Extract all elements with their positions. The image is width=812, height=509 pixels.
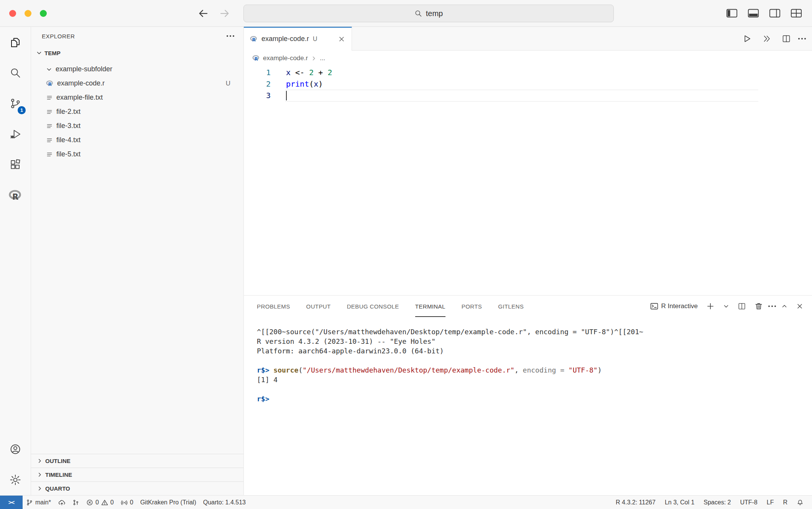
git-branch-status[interactable]: main* <box>23 496 54 509</box>
chevron-right-icon <box>37 486 43 491</box>
customize-layout-icon[interactable] <box>791 8 802 18</box>
more-actions-icon[interactable] <box>230 35 231 37</box>
activity-source-control[interactable]: 1 <box>0 88 31 119</box>
close-tab-icon[interactable] <box>338 35 345 43</box>
tree-item-file-5-txt[interactable]: file-5.txt <box>31 147 243 161</box>
breadcrumb: R example-code.r ... <box>244 51 812 66</box>
panel-tab-gitlens[interactable]: GITLENS <box>498 296 524 317</box>
new-terminal-icon[interactable] <box>706 302 715 310</box>
bottom-panel: PROBLEMS OUTPUT DEBUG CONSOLE TERMINAL P… <box>244 295 812 495</box>
panel-tab-debug-console[interactable]: DEBUG CONSOLE <box>347 296 399 317</box>
toggle-secondary-sidebar-icon[interactable] <box>769 8 781 18</box>
terminal-line: r$> source("/Users/matthewdehaven/Deskto… <box>257 365 812 375</box>
settings-button[interactable] <box>0 465 31 495</box>
history-navigation <box>197 8 230 19</box>
activity-run-debug[interactable] <box>0 119 31 149</box>
panel-tab-ports[interactable]: PORTS <box>462 296 482 317</box>
tree-item-file-4-txt[interactable]: file-4.txt <box>31 133 243 147</box>
terminal-output[interactable]: ^[[200~source("/Users/matthewdehaven/Des… <box>244 317 812 495</box>
chevron-down-icon <box>36 50 42 56</box>
editor-actions <box>742 27 812 50</box>
remote-icon: >< <box>8 499 15 506</box>
text-file-icon <box>46 151 53 158</box>
split-terminal-icon[interactable] <box>738 302 746 310</box>
activity-extensions[interactable] <box>0 149 31 180</box>
tree-item-file-2-txt[interactable]: file-2.txt <box>31 105 243 119</box>
panel-tab-problems[interactable]: PROBLEMS <box>257 296 290 317</box>
tab-example-code-r[interactable]: R example-code.r U <box>244 27 352 50</box>
r-file-icon: R <box>252 55 260 62</box>
activity-r[interactable]: R <box>0 180 31 211</box>
layout-controls <box>726 8 802 18</box>
chevron-down-icon[interactable] <box>723 303 729 309</box>
forward-arrow-icon[interactable] <box>219 8 230 19</box>
language-mode-status[interactable]: R <box>778 496 792 509</box>
maximize-panel-icon[interactable] <box>781 303 787 309</box>
titlebar: temp <box>0 0 812 27</box>
text-file-icon <box>46 123 53 130</box>
panel-tab-terminal[interactable]: TERMINAL <box>415 296 445 317</box>
indentation-status[interactable]: Spaces: 2 <box>699 496 735 509</box>
breadcrumb-file[interactable]: example-code.r <box>263 54 308 62</box>
search-icon <box>414 10 422 17</box>
code-editor[interactable]: 1 x <- 2 + 2 2 print(x) 3 <box>244 66 812 295</box>
close-panel-icon[interactable] <box>796 302 804 310</box>
terminal-session-picker[interactable]: R Interactive <box>650 302 698 310</box>
cursor-position-status[interactable]: Ln 3, Col 1 <box>660 496 699 509</box>
explorer-title: EXPLORER <box>42 33 75 39</box>
r-file-icon: R <box>250 36 258 43</box>
quarto-status[interactable]: Quarto: 1.4.513 <box>200 496 249 509</box>
tree-item-example-subfolder[interactable]: example-subfolder <box>31 62 243 76</box>
command-center-search[interactable]: temp <box>243 5 614 22</box>
terminal-line: Platform: aarch64-apple-darwin23.0.0 (64… <box>257 346 812 356</box>
problems-status[interactable]: 0 0 <box>83 496 117 509</box>
toggle-panel-icon[interactable] <box>748 8 759 18</box>
cloud-upload-icon <box>58 499 66 506</box>
terminal-line: [1] 4 <box>257 375 812 384</box>
timeline-section[interactable]: TIMELINE <box>31 468 243 481</box>
run-file-icon[interactable] <box>742 34 752 44</box>
tree-item-file-3-txt[interactable]: file-3.txt <box>31 119 243 133</box>
panel-controls: R Interactive <box>650 302 812 310</box>
kill-terminal-icon[interactable] <box>754 302 763 310</box>
gitkraken-status[interactable]: GitKraken Pro (Trial) <box>137 496 200 509</box>
commit-graph-button[interactable] <box>69 496 83 509</box>
commit-graph-icon <box>72 499 79 506</box>
eol-status[interactable]: LF <box>762 496 779 509</box>
r-session-status[interactable]: R 4.3.2: 11267 <box>611 496 660 509</box>
file-tree: example-subfolder R example-code.r U exa… <box>31 61 243 454</box>
toggle-sidebar-icon[interactable] <box>726 8 738 18</box>
outline-section[interactable]: OUTLINE <box>31 454 243 468</box>
minimize-window-button[interactable] <box>25 10 31 17</box>
code-line-2: 2 print(x) <box>244 78 812 90</box>
workspace-folder-temp[interactable]: TEMP <box>31 45 243 61</box>
zoom-window-button[interactable] <box>40 10 47 17</box>
publish-changes-button[interactable] <box>54 496 69 509</box>
panel-tab-output[interactable]: OUTPUT <box>306 296 331 317</box>
activity-search[interactable] <box>0 57 31 88</box>
close-window-button[interactable] <box>9 10 16 17</box>
split-editor-icon[interactable] <box>782 34 791 43</box>
tree-item-example-file-txt[interactable]: example-file.txt <box>31 90 243 105</box>
more-actions-icon[interactable] <box>771 305 773 307</box>
svg-text:R: R <box>48 82 52 87</box>
quarto-section[interactable]: QUARTO <box>31 481 243 495</box>
run-source-icon[interactable] <box>762 34 771 43</box>
text-file-icon <box>46 137 53 144</box>
accounts-button[interactable] <box>0 434 31 465</box>
gear-icon <box>9 474 21 486</box>
encoding-status[interactable]: UTF-8 <box>735 496 762 509</box>
activity-explorer[interactable] <box>0 27 31 57</box>
r-file-icon: R <box>46 80 54 87</box>
run-debug-icon <box>9 128 21 140</box>
notifications-button[interactable] <box>792 496 808 509</box>
statusbar-right: R 4.3.2: 11267 Ln 3, Col 1 Spaces: 2 UTF… <box>611 496 812 509</box>
more-actions-icon[interactable] <box>801 38 803 39</box>
breadcrumb-symbol[interactable]: ... <box>320 54 325 62</box>
back-arrow-icon[interactable] <box>197 8 209 19</box>
remote-indicator[interactable]: >< <box>0 496 23 509</box>
git-status-untracked: U <box>226 80 243 87</box>
tree-item-example-code-r[interactable]: R example-code.r U <box>31 76 243 90</box>
text-file-icon <box>46 94 53 101</box>
ports-status[interactable]: 0 <box>117 496 137 509</box>
